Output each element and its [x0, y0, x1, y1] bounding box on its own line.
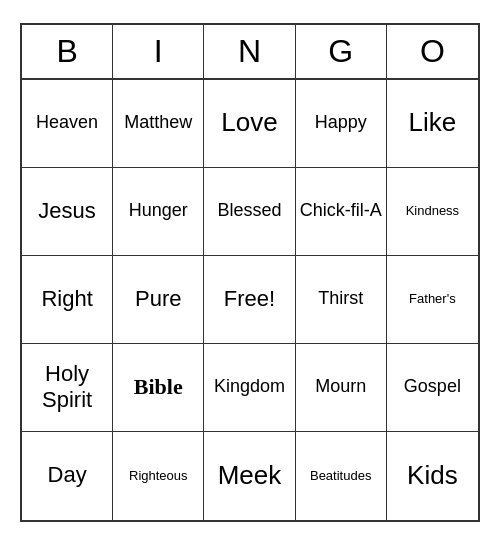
bingo-cell[interactable]: Day [22, 432, 113, 520]
bingo-cell[interactable]: Father's [387, 256, 478, 344]
bingo-cell[interactable]: Matthew [113, 80, 204, 168]
cell-label: Kids [407, 460, 458, 491]
cell-label: Meek [218, 460, 282, 491]
cell-label: Thirst [318, 288, 363, 310]
bingo-cell[interactable]: Like [387, 80, 478, 168]
header-letter: I [113, 25, 204, 78]
cell-label: Blessed [217, 200, 281, 222]
cell-label: Mourn [315, 376, 366, 398]
cell-label: Gospel [404, 376, 461, 398]
cell-label: Chick-fil-A [300, 200, 382, 222]
bingo-cell[interactable]: Gospel [387, 344, 478, 432]
bingo-cell[interactable]: Mourn [296, 344, 387, 432]
cell-label: Kindness [406, 203, 459, 219]
bingo-card: BINGO HeavenMatthewLoveHappyLikeJesusHun… [20, 23, 480, 522]
header-letter: G [296, 25, 387, 78]
cell-label: Pure [135, 286, 181, 312]
cell-label: Heaven [36, 112, 98, 134]
cell-label: Like [409, 107, 457, 138]
cell-label: Kingdom [214, 376, 285, 398]
bingo-cell[interactable]: Kingdom [204, 344, 295, 432]
cell-label: Holy Spirit [26, 361, 108, 414]
cell-label: Day [48, 462, 87, 488]
cell-label: Right [41, 286, 92, 312]
bingo-cell[interactable]: Hunger [113, 168, 204, 256]
bingo-cell[interactable]: Kids [387, 432, 478, 520]
cell-label: Bible [134, 374, 183, 400]
bingo-cell[interactable]: Kindness [387, 168, 478, 256]
bingo-cell[interactable]: Bible [113, 344, 204, 432]
bingo-cell[interactable]: Free! [204, 256, 295, 344]
cell-label: Father's [409, 291, 456, 307]
bingo-cell[interactable]: Pure [113, 256, 204, 344]
bingo-cell[interactable]: Meek [204, 432, 295, 520]
bingo-cell[interactable]: Jesus [22, 168, 113, 256]
bingo-cell[interactable]: Thirst [296, 256, 387, 344]
bingo-header: BINGO [22, 25, 478, 80]
bingo-cell[interactable]: Love [204, 80, 295, 168]
bingo-cell[interactable]: Blessed [204, 168, 295, 256]
header-letter: B [22, 25, 113, 78]
cell-label: Free! [224, 286, 275, 312]
cell-label: Happy [315, 112, 367, 134]
cell-label: Righteous [129, 468, 188, 484]
bingo-cell[interactable]: Heaven [22, 80, 113, 168]
cell-label: Jesus [38, 198, 95, 224]
cell-label: Love [221, 107, 277, 138]
header-letter: O [387, 25, 478, 78]
bingo-grid: HeavenMatthewLoveHappyLikeJesusHungerBle… [22, 80, 478, 520]
cell-label: Matthew [124, 112, 192, 134]
bingo-cell[interactable]: Right [22, 256, 113, 344]
bingo-cell[interactable]: Beatitudes [296, 432, 387, 520]
cell-label: Beatitudes [310, 468, 371, 484]
bingo-cell[interactable]: Righteous [113, 432, 204, 520]
bingo-cell[interactable]: Holy Spirit [22, 344, 113, 432]
cell-label: Hunger [129, 200, 188, 222]
header-letter: N [204, 25, 295, 78]
bingo-cell[interactable]: Happy [296, 80, 387, 168]
bingo-cell[interactable]: Chick-fil-A [296, 168, 387, 256]
